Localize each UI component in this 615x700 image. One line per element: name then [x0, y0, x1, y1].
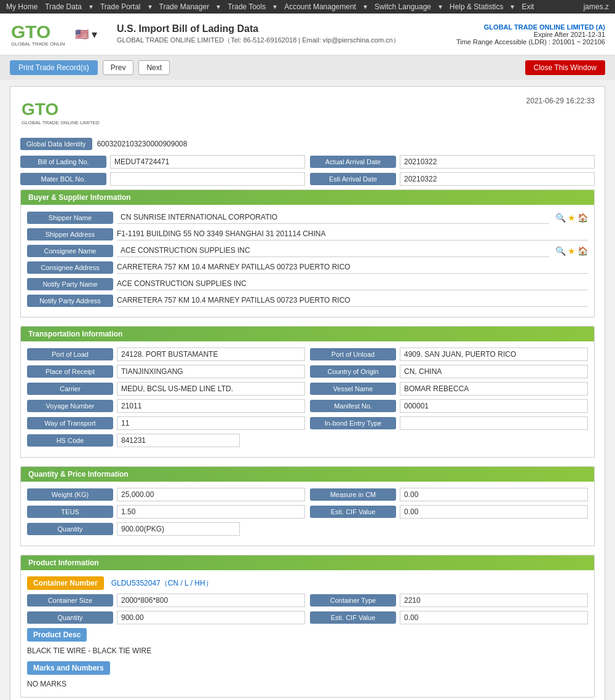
shipper-name-row: Shipper Name CN SUNRISE INTERNATIONAL CO… — [27, 211, 588, 224]
close-button-top[interactable]: Close This Window — [525, 60, 605, 75]
shipper-search-icon[interactable]: 🔍 — [555, 213, 566, 223]
nav-trade-portal[interactable]: Trade Portal — [100, 2, 141, 11]
voyage-value: 21011 — [117, 399, 305, 413]
logo-area: GTO GLOBAL TRADE ONLINE LIMITED — [10, 18, 65, 50]
hs-code-row: HS Code 841231 — [27, 434, 588, 447]
weight-label: Weight (KG) — [27, 488, 113, 501]
shipper-address-label: Shipper Address — [27, 228, 113, 241]
marks-section: Marks and Numbers NO MARKS — [27, 661, 588, 691]
marks-button[interactable]: Marks and Numbers — [27, 661, 110, 675]
nav-trade-manager[interactable]: Trade Manager — [159, 2, 210, 11]
header-bar: GTO GLOBAL TRADE ONLINE LIMITED 🇺🇸 ▾ U.S… — [0, 14, 615, 55]
notify-name-row: Notify Party Name ACE CONSTRUCTION SUPPL… — [27, 277, 588, 290]
way-transport-label: Way of Transport — [27, 417, 113, 429]
prev-button-top[interactable]: Prev — [103, 60, 134, 75]
manifest-label: Manifest No. — [310, 400, 396, 412]
container-qty-cif-row: Quantity 900.00 Esti. CIF Value 0.00 — [27, 611, 588, 624]
mater-esti-row: Mater BOL No. Esti Arrival Date 20210322 — [20, 172, 595, 186]
container-number-value: GLDU5352047（CN / L / HH） — [108, 578, 213, 589]
shipper-address-value: F1-1191 BUILDING 55 NO 3349 SHANGHAI 31 … — [117, 228, 588, 241]
place-receipt-value: TIANJINXINGANG — [117, 365, 305, 378]
mater-bol-value — [110, 172, 305, 186]
receipt-origin-row: Place of Receipt TIANJINXINGANG Country … — [27, 365, 588, 378]
page-title: U.S. Import Bill of Lading Data — [117, 23, 446, 34]
port-unload-value: 4909. SAN JUAN, PUERTO RICO — [400, 348, 588, 361]
nav-switch-language[interactable]: Switch Language — [375, 2, 431, 11]
container-number-button[interactable]: Container Number — [27, 576, 104, 590]
nav-account-management[interactable]: Account Management — [284, 2, 356, 11]
place-receipt-label: Place of Receipt — [27, 365, 113, 378]
nav-my-home[interactable]: My Home — [6, 2, 38, 11]
bol-label: Bill of Lading No. — [20, 156, 106, 168]
container-size-label: Container Size — [27, 594, 113, 607]
svg-text:GLOBAL TRADE ONLINE LIMITED: GLOBAL TRADE ONLINE LIMITED — [22, 120, 100, 125]
notify-address-value: CARRETERA 757 KM 10.4 MARNEY PATILLAS 00… — [117, 294, 588, 307]
measure-cm-value: 0.00 — [400, 488, 588, 501]
doc-header: GTO GLOBAL TRADE ONLINE LIMITED 2021-06-… — [20, 97, 595, 130]
country-origin-label: Country of Origin — [310, 365, 396, 378]
consignee-home-icon[interactable]: 🏠 — [577, 246, 588, 256]
nav-exit[interactable]: Exit — [522, 2, 534, 11]
buyer-supplier-title: Buyer & Supplier Information — [21, 190, 594, 205]
marks-value: NO MARKS — [27, 677, 588, 691]
top-action-bar: Print Trade Record(s) Prev Next Close Th… — [0, 55, 615, 80]
consignee-search-icon[interactable]: 🔍 — [555, 246, 566, 256]
product-body: Container Number GLDU5352047（CN / L / HH… — [21, 570, 594, 697]
quantity-label: Quantity — [27, 523, 113, 535]
vessel-name-label: Vessel Name — [310, 383, 396, 395]
shipper-home-icon[interactable]: 🏠 — [577, 213, 588, 223]
consignee-name-row: Consignee Name ACE CONSTRUCTION SUPPLIES… — [27, 244, 588, 257]
hs-code-value: 841231 — [117, 434, 240, 447]
consignee-icons: 🔍 ★ 🏠 — [555, 246, 588, 256]
port-row: Port of Load 24128. PORT BUSTAMANTE Port… — [27, 348, 588, 361]
notify-name-value: ACE CONSTRUCTION SUPPLIES INC — [117, 277, 588, 290]
quantity-value: 900.00(PKG) — [117, 522, 240, 536]
transport-bond-row: Way of Transport 11 In-bond Entry Type — [27, 416, 588, 430]
expire-date: Expire After 2021-12-31 — [456, 31, 605, 38]
header-title-area: U.S. Import Bill of Lading Data GLOBAL T… — [107, 23, 446, 45]
esti-cif-value: 0.00 — [400, 505, 588, 519]
quantity-price-title: Quantity & Price Information — [21, 467, 594, 482]
country-origin-value: CN, CHINA — [400, 365, 588, 378]
container-esti-cif-value: 0.00 — [400, 611, 588, 624]
consignee-address-label: Consignee Address — [27, 261, 113, 274]
svg-text:GTO: GTO — [11, 22, 50, 42]
esti-arrival-value: 20210322 — [400, 172, 595, 186]
port-unload-label: Port of Unload — [310, 348, 396, 360]
global-data-identity-value: 6003202103230000909008 — [97, 140, 188, 148]
measure-cm-label: Measure in CM — [310, 488, 396, 501]
consignee-address-value: CARRETERA 757 KM 10.4 MARNEY PATILLAS 00… — [117, 261, 588, 274]
nav-trade-tools[interactable]: Trade Tools — [228, 2, 266, 11]
weight-measure-row: Weight (KG) 25,000.00 Measure in CM 0.00 — [27, 488, 588, 501]
container-size-value: 2000*806*800 — [117, 594, 305, 607]
top-navigation: My Home Trade Data ▾ Trade Portal ▾ Trad… — [0, 0, 615, 14]
transport-title: Transportation Information — [21, 327, 594, 341]
carrier-vessel-row: Carrier MEDU, BCSL US-MED LINE LTD. Vess… — [27, 382, 588, 396]
esti-arrival-label: Esti Arrival Date — [310, 173, 396, 185]
vessel-name-value: BOMAR REBECCA — [400, 382, 588, 396]
svg-text:GLOBAL TRADE ONLINE LIMITED: GLOBAL TRADE ONLINE LIMITED — [11, 41, 65, 47]
port-load-value: 24128. PORT BUSTAMANTE — [117, 348, 305, 361]
in-bond-label: In-bond Entry Type — [310, 417, 396, 429]
nav-help-statistics[interactable]: Help & Statistics — [450, 2, 503, 11]
teus-label: TEUS — [27, 506, 113, 518]
company-name-link[interactable]: GLOBAL TRADE ONLINE LIMITED (A) — [456, 23, 605, 31]
global-data-identity-row: Global Data Identity 6003202103230000909… — [20, 138, 595, 150]
print-button-top[interactable]: Print Trade Record(s) — [10, 60, 98, 75]
next-button-top[interactable]: Next — [138, 60, 170, 75]
shipper-star-icon[interactable]: ★ — [568, 213, 576, 223]
consignee-star-icon[interactable]: ★ — [568, 246, 576, 256]
quantity-price-section: Quantity & Price Information Weight (KG)… — [20, 466, 595, 546]
nav-trade-data[interactable]: Trade Data — [45, 2, 82, 11]
flag-selector[interactable]: 🇺🇸 ▾ — [75, 28, 97, 41]
in-bond-value — [400, 416, 588, 430]
shipper-address-row: Shipper Address F1-1191 BUILDING 55 NO 3… — [27, 228, 588, 241]
teus-cif-row: TEUS 1.50 Esti. CIF Value 0.00 — [27, 505, 588, 519]
product-desc-button[interactable]: Product Desc — [27, 628, 87, 642]
notify-address-label: Notify Party Address — [27, 295, 113, 307]
hs-code-label: HS Code — [27, 434, 113, 447]
doc-logo-svg: GTO GLOBAL TRADE ONLINE LIMITED — [20, 97, 106, 130]
document-container: GTO GLOBAL TRADE ONLINE LIMITED 2021-06-… — [10, 86, 605, 700]
mater-bol-label: Mater BOL No. — [20, 173, 106, 185]
transport-body: Port of Load 24128. PORT BUSTAMANTE Port… — [21, 341, 594, 457]
